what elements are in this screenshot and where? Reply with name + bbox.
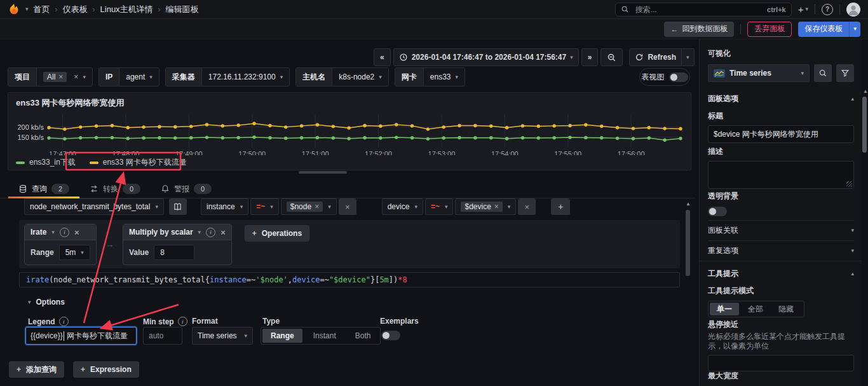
tooltip-mode-single[interactable]: 单一 <box>710 303 739 315</box>
range-select[interactable]: 5m <box>59 245 90 260</box>
save-dashboard-split-button: 保存仪表板 <box>798 22 860 37</box>
time-shift-back-button[interactable]: « <box>374 48 391 66</box>
save-dashboard-options-button[interactable] <box>849 22 860 37</box>
remove-chip-icon[interactable] <box>58 72 63 81</box>
repeat-options-section[interactable]: 重复选项 <box>700 245 862 256</box>
matcher-value-select[interactable]: $node <box>281 198 337 215</box>
panel-description-textarea[interactable] <box>708 161 854 189</box>
scrollbar-up-arrow-icon[interactable]: ▲ <box>863 89 868 94</box>
matcher-value-chip[interactable]: $node <box>287 202 323 212</box>
tooltip-mode-hidden[interactable]: 隐藏 <box>771 301 801 317</box>
time-series-chart[interactable]: 17:47:0017:48:0017:49:0017:50:0017:51:00… <box>13 111 686 155</box>
user-avatar[interactable] <box>846 3 860 17</box>
promql-expression[interactable]: irate(node_network_transmit_bytes_total{… <box>19 272 680 287</box>
operation-header[interactable]: Multiply by scalar <box>123 224 231 240</box>
panel-title[interactable]: ens33 网卡每秒网络带宽使用 <box>16 97 124 109</box>
tab-alert[interactable]: 警报 0 <box>151 180 222 198</box>
chevron-down-icon <box>456 74 459 80</box>
add-query-button[interactable]: 添加查询 <box>9 361 64 378</box>
add-matcher-button[interactable]: + <box>551 198 570 215</box>
global-search[interactable]: ctrl+k <box>615 3 792 17</box>
remove-matcher-button[interactable] <box>339 198 356 215</box>
matcher-operator-select[interactable]: =~ <box>250 198 279 215</box>
visualization-select[interactable]: Time series <box>708 64 810 82</box>
legend-format-input[interactable]: {{device}} 网卡每秒下载流量 <box>25 327 137 345</box>
metric-select[interactable]: node_network_transmit_bytes_total <box>24 198 164 215</box>
filter-collector-value[interactable]: 172.16.11.232:9100 <box>202 68 289 86</box>
remove-operation-icon[interactable] <box>220 228 226 237</box>
matcher-name-select[interactable]: instance <box>201 198 248 215</box>
query-type-instant[interactable]: Instant <box>304 327 346 344</box>
resize-handle-icon[interactable] <box>846 181 852 187</box>
remove-chip-icon[interactable] <box>494 202 499 211</box>
info-icon[interactable] <box>59 317 69 326</box>
book-icon <box>173 202 182 212</box>
hover-proximity-input[interactable] <box>708 355 854 371</box>
query-scrollbar-thumb[interactable] <box>686 210 690 276</box>
close-icon <box>525 202 530 212</box>
time-shift-forward-button[interactable]: » <box>581 48 599 66</box>
filter-host-value[interactable]: k8s-node2 <box>332 68 388 86</box>
query-type-both[interactable]: Both <box>346 327 381 344</box>
info-icon[interactable] <box>206 228 215 237</box>
info-icon[interactable] <box>60 228 69 237</box>
matcher-operator-select[interactable]: =~ <box>425 198 454 215</box>
refresh-button[interactable]: Refresh <box>629 48 682 66</box>
info-icon[interactable] <box>178 317 187 326</box>
min-step-input[interactable] <box>143 327 182 345</box>
sidebar-scrollbar-thumb[interactable] <box>862 97 867 153</box>
remove-operation-icon[interactable] <box>74 228 79 237</box>
legend-item-download-rate[interactable]: ens33 网卡每秒下载流量 <box>90 157 187 168</box>
matcher-value-select[interactable]: $device <box>455 198 516 215</box>
viz-filter-button[interactable] <box>836 64 854 82</box>
add-expression-button[interactable]: Expression <box>73 361 139 378</box>
transparent-bg-toggle[interactable] <box>708 207 727 216</box>
grafana-logo-icon[interactable] <box>8 3 20 16</box>
filter-project-chip[interactable]: All <box>43 72 67 82</box>
filter-ip-value[interactable]: agent <box>119 68 159 86</box>
save-dashboard-button[interactable]: 保存仪表板 <box>798 22 849 37</box>
chevron-down-icon <box>270 204 273 210</box>
add-operation-button[interactable]: Operations <box>245 225 309 242</box>
format-select[interactable]: Time series <box>192 327 253 345</box>
panel-links-section[interactable]: 面板关联 <box>700 225 862 236</box>
discard-panel-button[interactable]: 丢弃面板 <box>747 22 792 37</box>
refresh-interval-button[interactable] <box>682 48 695 66</box>
metrics-browser-button[interactable] <box>169 198 187 215</box>
panel-options-section-header[interactable]: 面板选项 <box>700 93 862 104</box>
query-type-range[interactable]: Range <box>262 329 302 343</box>
matcher-value-chip[interactable]: $device <box>461 202 502 212</box>
remove-chip-icon[interactable] <box>315 202 319 211</box>
back-to-dashboard-button[interactable]: 回到数据面板 <box>664 22 734 37</box>
panel-title-input[interactable] <box>708 125 854 143</box>
viz-search-button[interactable] <box>814 64 832 82</box>
add-new-button[interactable] <box>798 4 808 14</box>
org-switcher-chevron-icon[interactable] <box>25 6 29 12</box>
tab-transform[interactable]: 转换 0 <box>79 180 151 198</box>
tooltip-mode-all[interactable]: 全部 <box>740 301 771 317</box>
zoom-out-time-button[interactable] <box>600 48 623 66</box>
panel-resize-handle[interactable] <box>299 171 347 174</box>
filter-nic-value[interactable]: ens33 <box>424 68 465 86</box>
matcher-name-select[interactable]: device <box>382 198 423 215</box>
options-collapse-header[interactable]: Options <box>28 298 65 307</box>
format-field: Time series <box>192 327 253 345</box>
scrollbar-up-arrow-icon[interactable]: ▲ <box>686 202 691 207</box>
legend-item-download-in[interactable]: ens33_in下载 <box>16 157 76 168</box>
table-view-toggle[interactable] <box>669 72 688 82</box>
breadcrumb-home[interactable]: 首页 <box>34 4 50 15</box>
tooltip-section-header[interactable]: 工具提示 <box>700 268 862 279</box>
remove-matcher-button[interactable] <box>518 198 536 215</box>
breadcrumb-dashboard-name[interactable]: Linux主机详情 <box>100 4 153 15</box>
matcher-name: device <box>388 202 410 211</box>
help-icon[interactable] <box>822 4 833 15</box>
search-input[interactable] <box>634 4 762 15</box>
breadcrumb-dashboards[interactable]: 仪表板 <box>63 4 88 15</box>
time-range-picker[interactable]: 2026-01-04 17:46:47 to 2026-01-04 17:56:… <box>393 48 579 66</box>
clear-filter-icon[interactable] <box>74 72 78 81</box>
exemplars-toggle[interactable] <box>381 331 400 340</box>
filter-project-value[interactable]: All <box>37 68 92 86</box>
operation-header[interactable]: Irate <box>25 224 96 240</box>
tab-query[interactable]: 查询 2 <box>8 180 79 198</box>
scalar-value-input[interactable]: 8 <box>154 245 194 260</box>
